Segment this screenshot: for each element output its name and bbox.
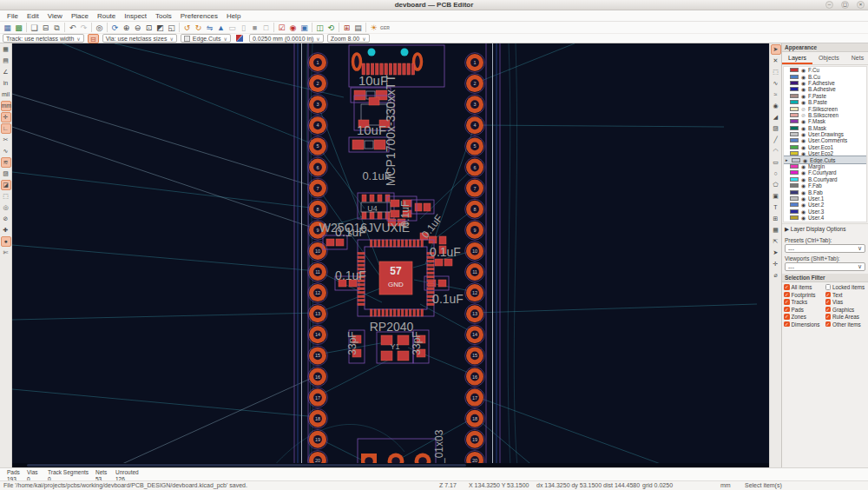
eye-visible-icon[interactable]: ◉ — [800, 169, 806, 175]
board-setup-button[interactable]: ▩ — [13, 23, 24, 33]
drc-button[interactable]: ☑ — [276, 23, 287, 33]
layer-row-f.adhesive[interactable]: ◉F.Adhesive — [784, 80, 866, 86]
eye-visible-icon[interactable]: ◉ — [800, 189, 806, 195]
through-hole-pad[interactable]: 16 — [308, 367, 328, 387]
through-hole-pad[interactable]: 4 — [308, 116, 328, 136]
print-button[interactable]: ⊟ — [40, 23, 51, 33]
layer-color-swatch[interactable] — [792, 158, 800, 162]
menu-route[interactable]: Route — [93, 10, 120, 22]
inspect-clearance-button[interactable]: ◉ — [287, 23, 299, 33]
filter-pads[interactable]: ✓Pads — [784, 307, 825, 313]
layer-color-swatch[interactable] — [790, 190, 799, 195]
through-hole-pad[interactable]: 8 — [308, 199, 328, 219]
through-hole-pad[interactable]: 13 — [308, 304, 328, 324]
through-hole-pad[interactable]: 13 — [465, 304, 485, 324]
layer-color-swatch[interactable] — [790, 81, 799, 85]
schematic-editor-button[interactable]: ⊞ — [341, 23, 352, 33]
update-footprints-button[interactable]: ⟲ — [326, 23, 337, 33]
3d-viewer-button[interactable]: ▣ — [299, 23, 310, 33]
tab-layers[interactable]: Layers — [782, 52, 812, 64]
eye-visible-icon[interactable]: ◉ — [800, 86, 806, 92]
scrollbar-thumb[interactable] — [27, 464, 466, 467]
zoom-dropdown[interactable]: Zoom 8.00 ∨ — [327, 34, 370, 43]
through-hole-pad[interactable]: 1 — [308, 53, 328, 73]
viewports-select[interactable]: --- ∨ — [785, 262, 865, 271]
active-layer-dropdown[interactable]: Edge.Cuts ∨ — [181, 34, 231, 43]
through-hole-pad[interactable]: 11 — [308, 262, 328, 282]
through-hole-pad[interactable]: 16 — [465, 367, 485, 387]
layer-row-b.fab[interactable]: ◉B.Fab — [784, 189, 866, 195]
add-rule-area-button[interactable]: ▨ — [771, 123, 781, 134]
checkbox[interactable]: ✓ — [825, 292, 832, 298]
eye-visible-icon[interactable]: ◉ — [800, 202, 806, 208]
refresh-button[interactable]: ⟳ — [109, 23, 121, 33]
tracks-sketch-button[interactable]: ✚ — [1, 225, 11, 235]
layer-color-swatch[interactable] — [790, 100, 799, 104]
eye-visible-icon[interactable]: ◉ — [800, 182, 806, 189]
through-hole-pad[interactable]: 15 — [465, 346, 485, 366]
checkbox[interactable] — [825, 284, 832, 290]
filter-footprints[interactable]: ✓Footprints — [784, 292, 825, 298]
ratsnest-curved-button[interactable]: ∿ — [1, 146, 11, 156]
high-contrast-mode-button[interactable]: ● — [1, 236, 11, 247]
through-hole-pad[interactable]: 7 — [465, 178, 485, 198]
through-hole-pad[interactable]: 19 — [465, 430, 485, 450]
layer-color-swatch[interactable] — [790, 209, 799, 214]
eye-visible-icon[interactable]: ◉ — [800, 93, 806, 99]
zoom-fit-button[interactable]: ⊡ — [143, 23, 155, 33]
layer-color-swatch[interactable] — [790, 126, 799, 130]
filter-tracks[interactable]: ✓Tracks — [784, 299, 825, 305]
layer-color-swatch[interactable] — [790, 132, 799, 136]
route-diff-pairs-button[interactable]: ≈ — [771, 89, 781, 100]
checkbox[interactable]: ✓ — [784, 284, 790, 290]
layer-row-user.3[interactable]: ◉User.3 — [784, 209, 866, 215]
checkbox[interactable]: ✓ — [784, 307, 790, 313]
eye-visible-icon[interactable]: ◉ — [800, 118, 806, 124]
minimize-button[interactable]: – — [825, 1, 833, 9]
eye-visible-icon[interactable]: ◉ — [800, 150, 806, 156]
layer-row-f.cu[interactable]: ◉F.Cu — [784, 67, 866, 73]
layer-row-b.mask[interactable]: ◉B.Mask — [784, 125, 866, 131]
layer-color-swatch[interactable] — [790, 75, 799, 79]
select-tool-button[interactable]: ➤ — [771, 44, 781, 55]
through-hole-pad[interactable]: 18 — [308, 408, 328, 428]
layer-row-f.mask[interactable]: ◉F.Mask — [784, 118, 866, 124]
layer-color-swatch[interactable] — [790, 68, 799, 72]
flip-button[interactable]: ⇋ — [204, 23, 215, 33]
grid-visibility-button[interactable]: ▦ — [1, 44, 11, 55]
menu-view[interactable]: View — [43, 10, 67, 22]
layer-color-swatch[interactable] — [790, 202, 799, 207]
group-button[interactable]: ▭ — [227, 23, 238, 33]
layer-row-user.4[interactable]: ◉User.4 — [784, 215, 866, 221]
through-hole-pad[interactable]: 6 — [308, 157, 328, 177]
draw-polygon-button[interactable]: ⬠ — [771, 180, 781, 190]
grid-overrides-button[interactable]: ▤ — [1, 56, 11, 66]
save-button[interactable]: ▦ — [2, 23, 13, 33]
through-hole-pad[interactable]: 7 — [308, 178, 328, 198]
layer-row-margin[interactable]: ◉Margin — [784, 163, 866, 169]
layer-row-user.eco2[interactable]: ◉User.Eco2 — [784, 150, 866, 156]
menu-tools[interactable]: Tools — [151, 10, 176, 22]
through-hole-pad[interactable]: 9 — [465, 221, 485, 241]
undo-button[interactable]: ↶ — [67, 23, 78, 33]
layer-row-f.fab[interactable]: ◉F.Fab — [784, 182, 866, 189]
pcb-view[interactable]: 1234567891011121314151617181920123456789… — [12, 43, 769, 467]
unlock-button[interactable]: □ — [260, 23, 272, 33]
layer-row-user.eco1[interactable]: ◉User.Eco1 — [784, 144, 866, 150]
eye-visible-icon[interactable]: ◉ — [802, 157, 808, 163]
add-dimension-button[interactable]: ⇱ — [771, 236, 781, 247]
through-hole-pad[interactable]: 12 — [308, 283, 328, 303]
lock-button[interactable]: ■ — [249, 23, 260, 33]
eye-hidden-icon[interactable]: ⊘ — [800, 106, 806, 112]
layer-color-swatch[interactable] — [790, 196, 799, 201]
layer-color-swatch[interactable] — [790, 215, 799, 220]
through-hole-pad[interactable]: 10 — [465, 242, 485, 262]
checkbox[interactable]: ✓ — [825, 299, 832, 305]
units-mils-button[interactable]: mil — [1, 89, 11, 100]
through-hole-pad[interactable]: 10 — [308, 242, 328, 262]
layer-color-swatch[interactable] — [790, 183, 799, 188]
layer-color-swatch[interactable] — [790, 170, 799, 175]
eye-visible-icon[interactable]: ◉ — [800, 137, 806, 143]
presets-select[interactable]: --- ∨ — [785, 244, 865, 253]
draw-rectangle-button[interactable]: ▭ — [771, 157, 781, 168]
